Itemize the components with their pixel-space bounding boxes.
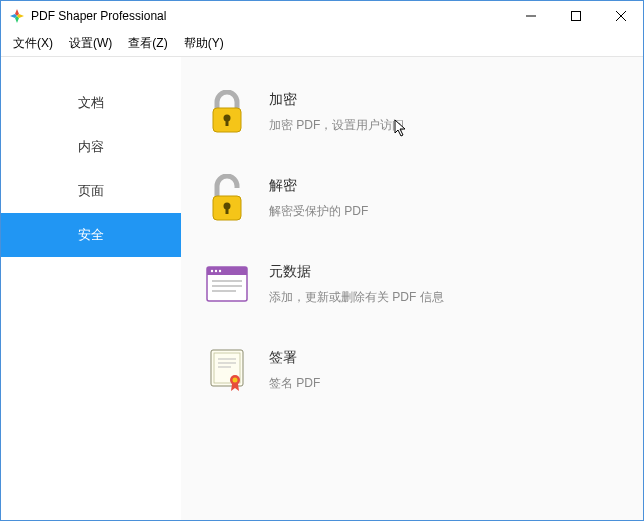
main-panel: 加密 加密 PDF，设置用户访问 bbox=[181, 57, 643, 520]
row-title: 元数据 bbox=[269, 263, 444, 281]
window-controls bbox=[508, 1, 643, 31]
certificate-icon bbox=[203, 346, 251, 394]
sidebar-item-label: 内容 bbox=[78, 138, 104, 156]
sidebar-item-page[interactable]: 页面 bbox=[1, 169, 181, 213]
row-text: 元数据 添加，更新或删除有关 PDF 信息 bbox=[269, 263, 444, 306]
row-decrypt[interactable]: 解密 解密受保护的 PDF bbox=[181, 155, 643, 241]
svg-point-16 bbox=[219, 270, 221, 272]
maximize-icon bbox=[571, 11, 581, 21]
row-desc: 加密 PDF，设置用户访问 bbox=[269, 117, 404, 134]
sidebar-item-content[interactable]: 内容 bbox=[1, 125, 181, 169]
sidebar-item-document[interactable]: 文档 bbox=[1, 81, 181, 125]
row-metadata[interactable]: 元数据 添加，更新或删除有关 PDF 信息 bbox=[181, 241, 643, 327]
app-icon bbox=[9, 8, 25, 24]
svg-rect-7 bbox=[226, 119, 229, 126]
content-area: 文档 内容 页面 安全 加密 加密 PDF，设置用户访问 bbox=[1, 57, 643, 520]
lock-open-icon bbox=[203, 174, 251, 222]
row-desc: 添加，更新或删除有关 PDF 信息 bbox=[269, 289, 444, 306]
svg-point-26 bbox=[233, 378, 238, 383]
svg-point-14 bbox=[211, 270, 213, 272]
row-sign[interactable]: 签署 签名 PDF bbox=[181, 327, 643, 413]
svg-rect-1 bbox=[571, 12, 580, 21]
sidebar-item-label: 安全 bbox=[78, 226, 104, 244]
maximize-button[interactable] bbox=[553, 1, 598, 31]
sidebar: 文档 内容 页面 安全 bbox=[1, 57, 181, 520]
menubar: 文件(X) 设置(W) 查看(Z) 帮助(Y) bbox=[1, 31, 643, 57]
row-text: 解密 解密受保护的 PDF bbox=[269, 177, 368, 220]
minimize-button[interactable] bbox=[508, 1, 553, 31]
menu-file[interactable]: 文件(X) bbox=[5, 31, 61, 56]
sidebar-item-label: 页面 bbox=[78, 182, 104, 200]
row-encrypt[interactable]: 加密 加密 PDF，设置用户访问 bbox=[181, 69, 643, 155]
close-button[interactable] bbox=[598, 1, 643, 31]
menu-view[interactable]: 查看(Z) bbox=[120, 31, 175, 56]
menu-settings[interactable]: 设置(W) bbox=[61, 31, 120, 56]
metadata-icon bbox=[203, 260, 251, 308]
minimize-icon bbox=[526, 11, 536, 21]
close-icon bbox=[616, 11, 626, 21]
row-text: 加密 加密 PDF，设置用户访问 bbox=[269, 91, 404, 134]
row-title: 加密 bbox=[269, 91, 404, 109]
row-title: 解密 bbox=[269, 177, 368, 195]
cursor-icon bbox=[394, 119, 410, 139]
row-desc: 签名 PDF bbox=[269, 375, 320, 392]
svg-point-15 bbox=[215, 270, 217, 272]
sidebar-item-security[interactable]: 安全 bbox=[1, 213, 181, 257]
lock-closed-icon bbox=[203, 88, 251, 136]
window-title: PDF Shaper Professional bbox=[31, 9, 508, 23]
app-window: PDF Shaper Professional 文件(X) 设置(W) 查看(Z… bbox=[0, 0, 644, 521]
row-text: 签署 签名 PDF bbox=[269, 349, 320, 392]
sidebar-item-label: 文档 bbox=[78, 94, 104, 112]
row-desc: 解密受保护的 PDF bbox=[269, 203, 368, 220]
titlebar: PDF Shaper Professional bbox=[1, 1, 643, 31]
svg-rect-11 bbox=[226, 207, 229, 214]
row-title: 签署 bbox=[269, 349, 320, 367]
menu-help[interactable]: 帮助(Y) bbox=[176, 31, 232, 56]
